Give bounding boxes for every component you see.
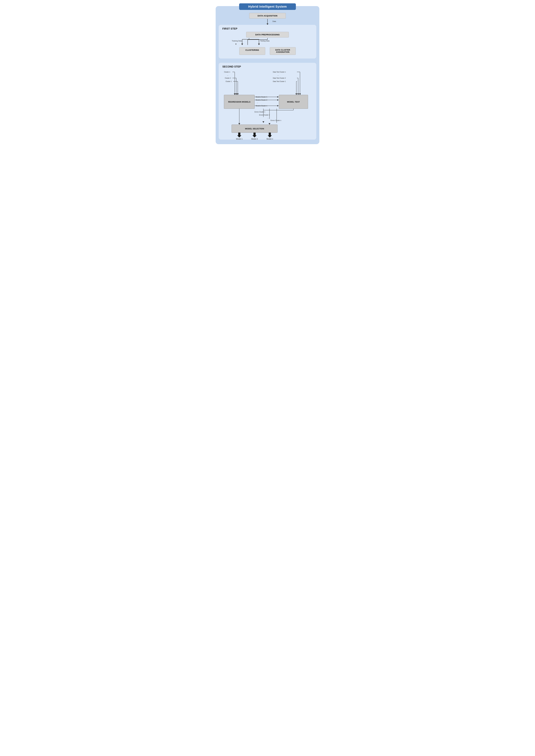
data-preprocessing-box: DATA PREPROCESSING — [246, 32, 289, 38]
svg-marker-39 — [296, 94, 297, 95]
svg-text:Model 2: Model 2 — [251, 138, 258, 140]
svg-marker-38 — [297, 94, 299, 95]
outer-title-banner: Hybrid Intelligent System — [239, 3, 296, 10]
outer-title-text: Hybrid Intelligent System — [248, 5, 287, 8]
svg-marker-12 — [258, 43, 260, 45]
svg-marker-74 — [252, 135, 257, 137]
svg-text:Cluster n: Cluster n — [224, 71, 230, 73]
data-preprocessing-label: DATA PREPROCESSING — [255, 34, 280, 36]
svg-text:MODEL SELECTION: MODEL SELECTION — [245, 127, 264, 130]
svg-text:Cluster 1: Cluster 1 — [226, 81, 232, 82]
svg-text:Testing Data: Testing Data — [260, 40, 269, 42]
svg-marker-64 — [263, 121, 264, 123]
data-acquisition-label: DATA ACQUISITION — [258, 14, 277, 17]
svg-text:Data Test Cluster 2: Data Test Cluster 2 — [273, 77, 286, 79]
svg-text:...: ... — [268, 117, 269, 119]
svg-marker-24 — [234, 94, 236, 95]
second-step-label: SECOND STEP — [222, 65, 241, 68]
svg-marker-25 — [235, 94, 237, 95]
svg-text:Model 1: Model 1 — [236, 138, 243, 140]
svg-text:Data Test Cluster n: Data Test Cluster n — [273, 71, 286, 73]
first-step-box: FIRST STEP DATA PREPROCESSING — [219, 25, 316, 59]
svg-text:Training Data: Training Data — [232, 40, 242, 42]
svg-marker-50 — [277, 99, 279, 101]
clustering-box: CLUSTERING — [239, 47, 265, 55]
svg-marker-7 — [241, 43, 243, 45]
svg-text:MODEL TEST: MODEL TEST — [287, 101, 300, 103]
svg-marker-3 — [236, 43, 237, 45]
second-step-box: SECOND STEP Cluster n ... — [219, 63, 316, 140]
diagram-container: Hybrid Intelligent System DATA ACQUISITI… — [212, 6, 323, 144]
clustering-label: CLUSTERING — [245, 49, 259, 51]
svg-text:...: ... — [227, 74, 228, 76]
svg-text:...: ... — [257, 102, 258, 103]
svg-text:REGRESSION MODELS: REGRESSION MODELS — [228, 101, 250, 103]
svg-text:Cluster 2: Cluster 2 — [225, 77, 231, 79]
svg-marker-37 — [299, 94, 301, 95]
svg-marker-26 — [237, 94, 239, 95]
split-arrows-svg: Training Data Testing Data — [222, 38, 313, 47]
svg-marker-72 — [237, 135, 241, 137]
svg-text:...: ... — [277, 74, 279, 76]
svg-text:Errors Cluster 1: Errors Cluster 1 — [255, 111, 265, 113]
svg-text:Errors Cluster 2: Errors Cluster 2 — [259, 114, 270, 116]
svg-marker-65 — [268, 123, 270, 125]
cluster-row: CLUSTERING DATA CLUSTER ASSIGNATION — [239, 47, 296, 55]
second-step-svg: Cluster n ... Cluster 2 Cluster 1 — [222, 70, 313, 135]
data-cluster-assignation-box: DATA CLUSTER ASSIGNATION — [270, 47, 296, 55]
data-cluster-assignation-label: DATA CLUSTER ASSIGNATION — [275, 49, 290, 53]
svg-marker-76 — [268, 135, 272, 137]
svg-marker-54 — [277, 105, 279, 107]
svg-marker-68 — [239, 123, 240, 125]
outer-box: Hybrid Intelligent System DATA ACQUISITI… — [216, 6, 319, 144]
svg-text:Model n: Model n — [267, 138, 273, 140]
svg-text:Data Test Cluster 1: Data Test Cluster 1 — [273, 81, 286, 82]
data-acquisition-box: DATA ACQUISITION — [249, 13, 286, 18]
svg-text:Errors Cluster n: Errors Cluster n — [270, 120, 281, 121]
svg-marker-47 — [277, 96, 279, 98]
first-step-label: FIRST STEP — [222, 27, 237, 30]
data-flow-label: Data — [272, 20, 276, 22]
